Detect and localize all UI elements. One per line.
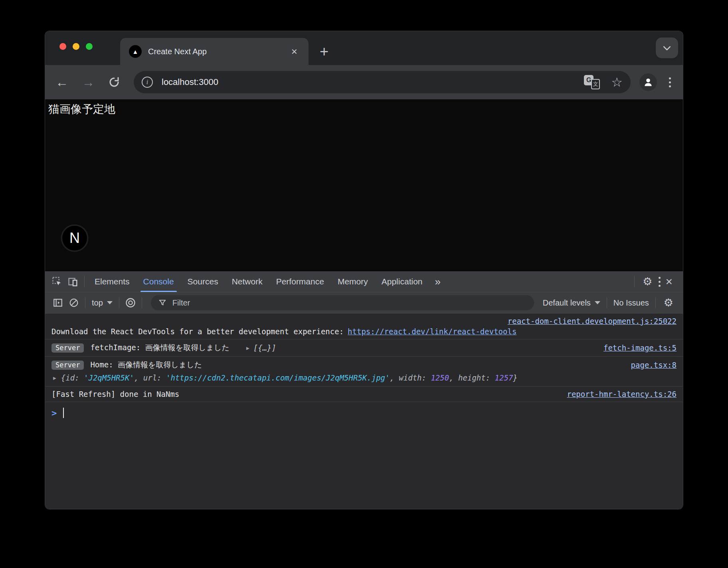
new-tab-button[interactable]: +	[313, 41, 335, 62]
minimize-window-button[interactable]	[73, 43, 79, 50]
clear-console-icon[interactable]	[66, 295, 82, 311]
log-message: fetchImage: 画像情報を取得しました	[90, 343, 229, 353]
reload-button[interactable]	[108, 76, 120, 88]
object-brace: }	[513, 373, 517, 382]
chevron-down-icon	[107, 301, 113, 304]
devtools-panel: Elements Console Sources Network Perform…	[45, 271, 683, 509]
nextjs-favicon-icon: ▲	[129, 45, 142, 58]
more-tabs-button[interactable]: »	[429, 276, 446, 288]
console-entry-home: Server Home: 画像情報を取得しました page.tsx:8 ▶ {i…	[45, 357, 683, 387]
divider	[119, 297, 119, 308]
server-badge: Server	[51, 343, 84, 353]
translate-char-glyph: 文	[591, 79, 600, 89]
bookmark-star-icon[interactable]: ☆	[611, 75, 623, 90]
object-key: , width:	[390, 373, 426, 382]
issues-counter[interactable]: No Issues	[610, 298, 652, 308]
tab-memory[interactable]: Memory	[331, 271, 375, 292]
console-filter-input[interactable]: Filter	[151, 295, 534, 310]
log-message: Download the React DevTools for a better…	[51, 327, 344, 336]
expand-triangle-icon[interactable]: ▶	[246, 345, 249, 351]
filter-placeholder: Filter	[172, 298, 190, 308]
console-sidebar-toggle-icon[interactable]	[50, 295, 66, 311]
object-preview-expanded[interactable]: {id: 'J2qM5HR5K', url: 'https://cdn2.the…	[61, 373, 518, 382]
profile-avatar[interactable]	[639, 73, 657, 91]
nextjs-n-icon: N	[69, 230, 80, 247]
back-button[interactable]: ←	[55, 76, 68, 89]
address-bar[interactable]: i localhost:3000 G 文 ☆	[134, 71, 631, 93]
divider	[142, 297, 142, 308]
devtools-settings-gear-icon[interactable]: ⚙	[638, 276, 657, 287]
chevron-down-icon	[663, 43, 671, 51]
expand-triangle-icon[interactable]: ▶	[53, 375, 56, 381]
object-key: {id:	[61, 373, 79, 382]
inspect-element-icon[interactable]	[49, 274, 65, 290]
divider	[85, 297, 85, 308]
console-entry-fast-refresh: [Fast Refresh] done in NaNms report-hmr-…	[45, 387, 683, 402]
zoom-window-button[interactable]	[86, 43, 93, 50]
translate-icon[interactable]: G 文	[584, 75, 600, 89]
tab-sources[interactable]: Sources	[181, 271, 225, 292]
context-selector-label: top	[92, 298, 103, 308]
tab-network[interactable]: Network	[225, 271, 269, 292]
log-message: [Fast Refresh] done in NaNms	[51, 390, 179, 398]
source-link[interactable]: react-dom-client.development.js:25022	[500, 317, 677, 325]
tab-search-button[interactable]	[656, 37, 678, 58]
text-cursor	[63, 408, 64, 418]
browser-menu-button[interactable]	[667, 76, 673, 89]
live-expression-eye-icon[interactable]	[123, 295, 138, 311]
nextjs-dev-indicator[interactable]: N	[61, 225, 88, 252]
object-string-value: 'J2qM5HR5K'	[79, 373, 134, 382]
react-devtools-link[interactable]: https://react.dev/link/react-devtools	[348, 327, 516, 336]
console-entry-react-devtools: react-dom-client.development.js:25022 Do…	[45, 314, 683, 339]
prompt-chevron-icon: >	[51, 408, 57, 418]
divider	[607, 297, 607, 308]
page-heading: 猫画像予定地	[48, 102, 115, 117]
object-number-value: 1257	[490, 373, 513, 382]
object-key: , url:	[134, 373, 162, 382]
source-link[interactable]: fetch-image.ts:5	[595, 343, 677, 352]
tab-title: Create Next App	[148, 47, 289, 56]
divider	[634, 276, 635, 287]
source-link[interactable]: report-hmr-latency.ts:26	[559, 390, 677, 398]
divider	[655, 297, 656, 308]
traffic-lights	[59, 43, 93, 50]
console-entry-fetchimage: Server fetchImage: 画像情報を取得しました ▶ [{…}] f…	[45, 339, 683, 357]
chevron-down-icon	[595, 301, 600, 304]
log-message: Home: 画像情報を取得しました	[90, 360, 202, 370]
url-text[interactable]: localhost:3000	[162, 77, 584, 87]
server-badge: Server	[51, 361, 84, 370]
site-info-icon[interactable]: i	[142, 77, 153, 88]
tab-elements[interactable]: Elements	[88, 271, 136, 292]
browser-tab[interactable]: ▲ Create Next App ×	[120, 38, 309, 65]
navigation-toolbar: ← → i localhost:3000 G 文 ☆	[45, 65, 683, 99]
forward-button[interactable]: →	[82, 76, 95, 89]
log-levels-dropdown[interactable]: Default levels	[540, 298, 603, 308]
source-link[interactable]: page.tsx:8	[623, 361, 677, 369]
console-prompt[interactable]: >	[45, 402, 683, 424]
object-preview-collapsed[interactable]: [{…}]	[253, 343, 276, 352]
divider	[84, 276, 85, 287]
device-toolbar-icon[interactable]	[65, 274, 81, 290]
context-selector[interactable]: top	[89, 298, 116, 308]
browser-window: ▲ Create Next App × + ← → i localhost:30…	[45, 31, 683, 509]
console-settings-gear-icon[interactable]: ⚙	[659, 298, 678, 308]
object-key: , height:	[449, 373, 490, 382]
object-number-value: 1250	[426, 373, 449, 382]
object-string-value: 'https://cdn2.thecatapi.com/images/J2qM5…	[162, 373, 390, 382]
title-bar: ▲ Create Next App × +	[45, 31, 683, 65]
log-levels-label: Default levels	[543, 298, 591, 308]
close-window-button[interactable]	[59, 43, 66, 50]
devtools-menu-button[interactable]	[657, 275, 662, 288]
page-viewport: 猫画像予定地 N	[45, 99, 683, 271]
tab-console[interactable]: Console	[136, 271, 181, 292]
tab-performance[interactable]: Performance	[269, 271, 331, 292]
console-log-area: react-dom-client.development.js:25022 Do…	[45, 314, 683, 509]
funnel-icon	[158, 298, 167, 307]
devtools-close-icon[interactable]: ×	[662, 275, 679, 288]
devtools-tab-bar: Elements Console Sources Network Perform…	[45, 271, 683, 292]
console-toolbar: top Filter Default levels No Issues ⚙	[45, 292, 683, 314]
tab-close-icon[interactable]: ×	[289, 45, 300, 57]
tab-application[interactable]: Application	[375, 271, 429, 292]
